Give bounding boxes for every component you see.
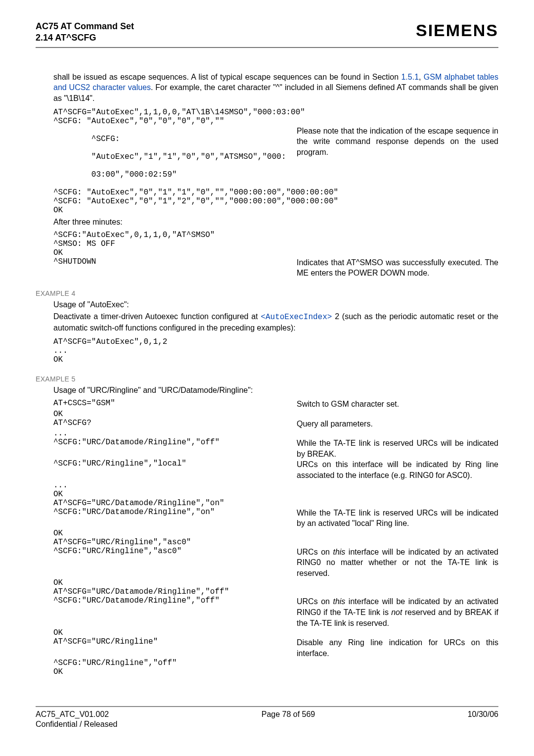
code-line: ^SCFG: "AutoExec","0","1","1","0","","00… <box>53 188 498 197</box>
code-line: ^SCFG:"URC/Datamode/Ringline","on" <box>53 508 285 517</box>
intro-text-a: shall be issued as escape sequences. A l… <box>53 73 401 81</box>
code-row: OK <box>53 578 498 587</box>
code-row: ^SCFG:"URC/Datamode/Ringline","off"While… <box>53 438 498 459</box>
code-note: While the TA-TE link is reserved URCs wi… <box>285 508 498 529</box>
code-row: ... <box>53 481 498 490</box>
code-line: AT^SCFG="AutoExec",1,1,0,0,"AT\1B\14SMSO… <box>53 108 498 117</box>
code-line: AT^SCFG? <box>53 419 285 427</box>
code-row: AT^SCFG="URC/Datamode/Ringline","on" <box>53 499 498 508</box>
code-line: ... <box>53 481 285 490</box>
code-line: ^SMSO: MS OFF <box>53 239 498 248</box>
code-block-ex4: AT^SCFG="AutoExec",0,1,2 ... OK <box>53 337 498 364</box>
code-row: ^SCFG:"URC/Ringline","asc0"URCs on this … <box>53 547 498 579</box>
code-row: ^SCFG: "AutoExec","1","1","0","0","ATSMS… <box>53 126 498 188</box>
code-line: OK <box>53 529 285 538</box>
footer-divider <box>36 706 498 707</box>
code-line: ^SCFG: "AutoExec","0","1","2","0","","00… <box>53 197 498 206</box>
code-line: OK <box>53 667 285 676</box>
example5-title: Usage of "URC/Ringline" and "URC/Datamod… <box>53 386 498 395</box>
footer-right: 10/30/06 <box>468 710 498 719</box>
example4-desc: Deactivate a timer-driven Autoexec funct… <box>53 311 498 333</box>
code-line: OK <box>53 578 285 587</box>
code-row: AT^SCFG="URC/Ringline"Disable any Ring l… <box>53 637 498 659</box>
intro-paragraph: shall be issued as escape sequences. A l… <box>53 72 498 104</box>
code-row: ... <box>53 429 498 438</box>
code-text: ^SCFG: <box>91 135 125 143</box>
example4-title: Usage of "AutoExec": <box>53 300 498 309</box>
code-row: ^SHUTDOWN Indicates that AT^SMSO was suc… <box>53 257 498 279</box>
doc-title: AC75 AT Command Set <box>36 21 134 32</box>
code-note: Please note that the indication of the e… <box>285 126 498 158</box>
intro-comma: , <box>419 73 424 81</box>
code-note: Switch to GSM character set. <box>285 399 498 410</box>
code-block-ex5: AT+CSCS="GSM"Switch to GSM character set… <box>53 399 498 677</box>
example-label: EXAMPLE 5 <box>36 375 498 383</box>
code-row: ^SCFG:"URC/Ringline","off" <box>53 659 498 667</box>
section-link[interactable]: 1.5.1 <box>401 73 419 81</box>
after-three-heading: After three minutes: <box>53 218 498 227</box>
code-row: OK <box>53 529 498 538</box>
code-line: ^SCFG:"AutoExec",0,1,1,0,"AT^SMSO" <box>53 231 498 239</box>
page-header: AC75 AT Command Set 2.14 AT^SCFG SIEMENS <box>36 21 498 44</box>
code-line: AT+CSCS="GSM" <box>53 399 285 408</box>
code-row: OK <box>53 410 498 419</box>
doc-subtitle: 2.14 AT^SCFG <box>36 32 134 44</box>
code-line: ^SHUTDOWN <box>53 257 285 266</box>
code-row: ^SCFG:"URC/Datamode/Ringline","off"URCs … <box>53 596 498 628</box>
code-line: OK <box>53 355 498 364</box>
code-line: OK <box>53 248 498 257</box>
header-left: AC75 AT Command Set 2.14 AT^SCFG <box>36 21 134 44</box>
page: AC75 AT Command Set 2.14 AT^SCFG SIEMENS… <box>0 0 534 756</box>
code-note: Disable any Ring line indication for URC… <box>285 637 498 659</box>
code-line: AT^SCFG="URC/Ringline","asc0" <box>53 538 285 547</box>
code-line: AT^SCFG="URC/Datamode/Ringline","on" <box>53 499 285 508</box>
example-label: EXAMPLE 4 <box>36 289 498 297</box>
code-token-link[interactable]: <AutoExecIndex> <box>261 313 332 322</box>
code-line: OK <box>53 628 285 637</box>
desc-text-a: Deactivate a timer-driven Autoexec funct… <box>53 312 261 321</box>
code-row: AT^SCFG="URC/Datamode/Ringline","off" <box>53 587 498 596</box>
code-line: ... <box>53 429 285 438</box>
code-note: URCs on this interface will be indicated… <box>285 459 498 480</box>
code-row: OK <box>53 628 498 637</box>
footer-left-sub: Confidential / Released <box>36 720 498 729</box>
code-row: ^SCFG:"URC/Ringline","local"URCs on this… <box>53 459 498 480</box>
code-note: URCs on this interface will be indicated… <box>285 547 498 579</box>
code-note: Indicates that AT^SMSO was successfully … <box>285 257 498 279</box>
code-line: ^SCFG: "AutoExec","0","0","0","0","" <box>53 117 498 126</box>
code-note: URCs on this interface will be indicated… <box>285 596 498 628</box>
code-line: OK <box>53 410 285 419</box>
code-row: OK <box>53 490 498 499</box>
code-line: AT^SCFG="URC/Datamode/Ringline","off" <box>53 587 285 596</box>
code-line: ^SCFG:"URC/Ringline","asc0" <box>53 547 285 556</box>
code-line: OK <box>53 490 285 499</box>
footer-center: Page 78 of 569 <box>109 710 467 719</box>
code-line: ^SCFG:"URC/Ringline","local" <box>53 459 285 468</box>
code-line: AT^SCFG="AutoExec",0,1,2 <box>53 337 498 346</box>
code-row: AT+CSCS="GSM"Switch to GSM character set… <box>53 399 498 410</box>
code-line: ^SCFG:"URC/Ringline","off" <box>53 659 285 667</box>
code-line: OK <box>53 206 498 215</box>
code-row: AT^SCFG="URC/Ringline","asc0" <box>53 538 498 547</box>
header-divider <box>36 47 498 48</box>
code-text: "AutoExec","1","1","0","0","ATSMSO","000… <box>91 152 286 161</box>
code-line: AT^SCFG="URC/Ringline" <box>53 637 285 646</box>
code-row: OK <box>53 667 498 676</box>
code-line: ^SCFG:"URC/Datamode/Ringline","off" <box>53 438 285 447</box>
code-row: AT^SCFG?Query all parameters. <box>53 419 498 429</box>
code-note: While the TA-TE link is reserved URCs wi… <box>285 438 498 459</box>
code-block-after3: ^SCFG:"AutoExec",0,1,1,0,"AT^SMSO" ^SMSO… <box>53 231 498 279</box>
code-line: ^SCFG:"URC/Datamode/Ringline","off" <box>53 596 285 605</box>
code-text: 03:00","000:02:59" <box>91 170 177 179</box>
code-line: ^SCFG: "AutoExec","1","1","0","0","ATSMS… <box>53 126 285 188</box>
code-block-top: AT^SCFG="AutoExec",1,1,0,0,"AT\1B\14SMSO… <box>53 108 498 215</box>
code-note: Query all parameters. <box>285 419 498 429</box>
code-line: ... <box>53 346 498 355</box>
footer-left: AC75_ATC_V01.002 <box>36 710 109 719</box>
brand-logo: SIEMENS <box>416 21 498 40</box>
page-footer: AC75_ATC_V01.002 Page 78 of 569 10/30/06 <box>36 710 498 719</box>
code-row: ^SCFG:"URC/Datamode/Ringline","on"While … <box>53 508 498 529</box>
